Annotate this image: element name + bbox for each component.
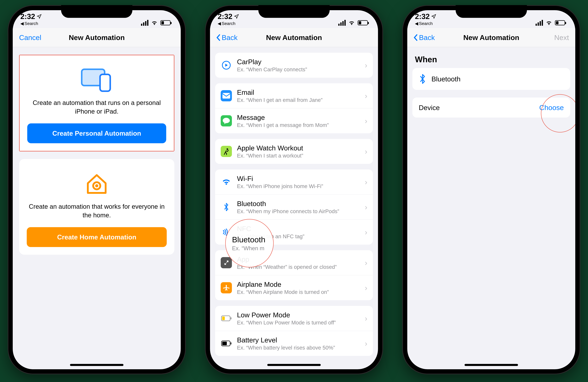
trigger-row-carplay[interactable]: CarPlayEx. “When CarPlay connects”› bbox=[215, 53, 373, 78]
trigger-row-lowpower[interactable]: Low Power ModeEx. “When Low Power Mode i… bbox=[215, 306, 373, 331]
chevron-left-icon bbox=[414, 34, 418, 41]
chevron-right-icon: › bbox=[365, 91, 367, 100]
personal-automation-highlight: Create an automation that runs on a pers… bbox=[19, 55, 174, 151]
nav-bar: Back New Automation Next bbox=[407, 28, 575, 47]
row-subtitle: Ex. “When I start a workout” bbox=[237, 153, 360, 159]
home-desc: Create an automation that works for ever… bbox=[27, 202, 167, 220]
bluetooth-icon bbox=[419, 74, 426, 84]
battery-icon bbox=[160, 20, 170, 25]
trigger-list[interactable]: CarPlayEx. “When CarPlay connects”›Email… bbox=[210, 47, 378, 369]
bluetooth-icon bbox=[221, 202, 232, 213]
svg-rect-11 bbox=[222, 342, 227, 345]
row-title: NFC bbox=[237, 225, 360, 233]
row-subtitle: Ex. “When battery level rises above 50%” bbox=[237, 345, 360, 351]
trigger-row-email[interactable]: EmailEx. “When I get an email from Jane”… bbox=[215, 83, 373, 108]
row-title: Airplane Mode bbox=[237, 280, 360, 288]
trigger-group: Apple Watch WorkoutEx. “When I start a w… bbox=[215, 139, 373, 164]
row-subtitle: Ex. “When I get a message from Mom” bbox=[237, 122, 360, 128]
row-title: Apple Watch Workout bbox=[237, 144, 360, 152]
chevron-right-icon: › bbox=[365, 61, 367, 70]
row-subtitle: Ex. “When I tap an NFC tag” bbox=[237, 233, 360, 240]
wifi-icon bbox=[546, 20, 552, 26]
chevron-right-icon: › bbox=[365, 147, 367, 156]
signal-icon bbox=[536, 20, 543, 26]
carplay-icon bbox=[221, 60, 232, 71]
trigger-label: Bluetooth bbox=[431, 75, 564, 83]
device-choose-button[interactable]: Choose bbox=[539, 103, 564, 112]
svg-point-6 bbox=[227, 148, 228, 150]
wifi-icon bbox=[348, 20, 355, 26]
svg-point-3 bbox=[95, 184, 98, 187]
location-icon bbox=[37, 14, 42, 19]
row-title: App bbox=[237, 255, 360, 263]
trigger-row-bluetooth[interactable]: BluetoothEx. “When my iPhone connects to… bbox=[215, 194, 373, 220]
trigger-group: AppEx. “When “Weather” is opened or clos… bbox=[215, 250, 373, 300]
trigger-group: Low Power ModeEx. “When Low Power Mode i… bbox=[215, 306, 373, 356]
chevron-left-icon: ◀ bbox=[20, 21, 24, 26]
trigger-row-nfc[interactable]: NFCEx. “When I tap an NFC tag”› bbox=[215, 220, 373, 245]
trigger-row-airplane[interactable]: Airplane ModeEx. “When Airplane Mode is … bbox=[215, 275, 373, 300]
home-indicator[interactable] bbox=[267, 364, 321, 366]
row-title: Wi-Fi bbox=[237, 175, 360, 182]
home-automation-card: Create an automation that works for ever… bbox=[19, 159, 174, 255]
nav-bar: Cancel New Automation bbox=[13, 28, 181, 47]
battery-icon bbox=[221, 338, 232, 349]
message-icon bbox=[221, 115, 232, 126]
trigger-group: EmailEx. “When I get an email from Jane”… bbox=[215, 83, 373, 133]
trigger-row-battery[interactable]: Battery LevelEx. “When battery level ris… bbox=[215, 331, 373, 356]
app-icon bbox=[221, 257, 232, 268]
status-time: 2:32 bbox=[218, 12, 232, 21]
row-title: Bluetooth bbox=[237, 200, 360, 207]
nav-next: Next bbox=[536, 33, 569, 42]
signal-icon bbox=[141, 20, 148, 26]
chevron-left-icon: ◀ bbox=[415, 21, 418, 26]
row-subtitle: Ex. “When I get an email from Jane” bbox=[237, 97, 360, 103]
row-subtitle: Ex. “When Airplane Mode is turned on” bbox=[237, 289, 360, 295]
status-time: 2:32 bbox=[20, 12, 35, 21]
personal-automation-card: Create an automation that runs on a pers… bbox=[20, 55, 174, 151]
nav-bar: Back New Automation bbox=[210, 28, 378, 47]
nav-back[interactable]: Back bbox=[216, 33, 250, 42]
notch bbox=[456, 5, 527, 18]
breadcrumb-back[interactable]: ◀ Search bbox=[20, 21, 38, 26]
airplane-icon bbox=[221, 282, 232, 293]
status-time: 2:32 bbox=[415, 12, 430, 21]
trigger-row-message[interactable]: MessageEx. “When I get a message from Mo… bbox=[215, 108, 373, 133]
row-subtitle: Ex. “When iPhone joins home Wi-Fi” bbox=[237, 183, 360, 189]
phone-2: 2:32 ◀ Search Back New Automation bbox=[205, 5, 383, 374]
nav-title: New Automation bbox=[69, 33, 125, 42]
breadcrumb-back[interactable]: ◀ Search bbox=[415, 21, 433, 26]
trigger-row-bluetooth[interactable]: Bluetooth bbox=[412, 68, 570, 90]
nav-title: New Automation bbox=[266, 33, 322, 42]
create-personal-automation-button[interactable]: Create Personal Automation bbox=[27, 123, 166, 143]
svg-rect-9 bbox=[231, 317, 231, 319]
trigger-row-app[interactable]: AppEx. “When “Weather” is opened or clos… bbox=[215, 250, 373, 275]
home-indicator[interactable] bbox=[464, 364, 518, 366]
row-subtitle: Ex. “When my iPhone connects to AirPods” bbox=[237, 208, 360, 214]
battery-icon bbox=[555, 20, 565, 25]
chevron-left-icon: ◀ bbox=[218, 21, 221, 26]
chevron-right-icon: › bbox=[365, 203, 367, 211]
wifi-icon bbox=[151, 20, 158, 26]
row-subtitle: Ex. “When “Weather” is opened or closed” bbox=[237, 264, 360, 270]
chevron-right-icon: › bbox=[365, 178, 367, 186]
device-label: Device bbox=[419, 104, 534, 112]
svg-rect-8 bbox=[222, 316, 225, 320]
chevron-left-icon bbox=[216, 34, 221, 41]
create-home-automation-button[interactable]: Create Home Automation bbox=[27, 227, 167, 247]
chevron-right-icon: › bbox=[365, 283, 367, 292]
nav-back[interactable]: Back bbox=[414, 33, 447, 42]
lowpower-icon bbox=[221, 313, 232, 324]
notch bbox=[61, 5, 132, 18]
trigger-row-wifi[interactable]: Wi-FiEx. “When iPhone joins home Wi-Fi”› bbox=[215, 169, 373, 194]
home-indicator[interactable] bbox=[70, 364, 124, 366]
trigger-group: CarPlayEx. “When CarPlay connects”› bbox=[215, 53, 373, 78]
nav-cancel[interactable]: Cancel bbox=[19, 33, 52, 42]
row-title: Battery Level bbox=[237, 336, 360, 344]
device-row[interactable]: Device Choose bbox=[412, 97, 570, 117]
personal-desc: Create an automation that runs on a pers… bbox=[27, 99, 166, 116]
email-icon bbox=[221, 90, 232, 101]
trigger-row-workout[interactable]: Apple Watch WorkoutEx. “When I start a w… bbox=[215, 139, 373, 164]
breadcrumb-back[interactable]: ◀ Search bbox=[218, 21, 235, 26]
chevron-right-icon: › bbox=[365, 116, 367, 125]
